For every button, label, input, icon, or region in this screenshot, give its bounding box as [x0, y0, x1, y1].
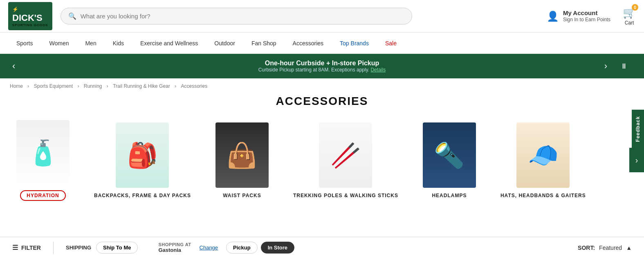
logo-sub: SPORTING GOODS	[12, 23, 48, 27]
account-subtitle: Sign In to Earn Points	[563, 17, 610, 23]
category-hats[interactable]: 🧢 HATS, HEADBANDS & GAITERS	[500, 122, 586, 198]
category-trekking[interactable]: 🥢 TREKKING POLES & WALKING STICKS	[293, 122, 398, 198]
banner-title: One-hour Curbside + In-store Pickup	[258, 60, 386, 67]
nav-item-exercise[interactable]: Exercise and Wellness	[132, 33, 206, 54]
category-headlamps[interactable]: 🔦 HEADLAMPS	[423, 122, 476, 198]
category-label-backpacks: BACKPACKS, FRAME & DAY PACKS	[94, 193, 191, 198]
promo-banner: ‹ One-hour Curbside + In-store Pickup Cu…	[0, 54, 644, 78]
account-text: My Account Sign In to Earn Points	[563, 9, 610, 23]
account-icon: 👤	[547, 11, 559, 22]
logo-brand: DICK'S	[12, 13, 48, 23]
nav-item-men[interactable]: Men	[77, 33, 104, 54]
breadcrumb-accessories[interactable]: Accessories	[181, 83, 207, 89]
logo[interactable]: ⚡ DICK'S SPORTING GOODS	[8, 2, 52, 30]
category-label-waistpacks: WAIST PACKS	[223, 193, 261, 198]
header-right: 👤 My Account Sign In to Earn Points 🛒 0 …	[547, 7, 636, 26]
category-img-headlamps: 🔦	[423, 122, 476, 188]
my-account-button[interactable]: 👤 My Account Sign In to Earn Points	[547, 9, 610, 23]
nav-item-sale[interactable]: Sale	[377, 33, 405, 54]
main-nav: Sports Women Men Kids Exercise and Welln…	[0, 33, 644, 54]
category-img-hats: 🧢	[516, 122, 570, 188]
category-backpacks[interactable]: 🎒 BACKPACKS, FRAME & DAY PACKS	[94, 122, 191, 198]
category-row: 🧴 HYDRATION 🎒 BACKPACKS, FRAME & DAY PAC…	[0, 116, 644, 209]
nav-item-accessories[interactable]: Accessories	[285, 33, 332, 54]
category-img-backpacks: 🎒	[116, 122, 169, 188]
cart-badge: 0	[632, 4, 638, 11]
account-title: My Account	[563, 9, 610, 17]
category-label-hydration: HYDRATION	[20, 190, 65, 201]
category-img-waistpacks: 👜	[215, 122, 269, 188]
breadcrumb-trail[interactable]: Trail Running & Hike Gear	[113, 83, 170, 89]
category-img-trekking: 🥢	[319, 122, 372, 188]
banner-details-link[interactable]: Details	[370, 67, 386, 73]
category-waistpacks[interactable]: 👜 WAIST PACKS	[215, 122, 269, 198]
banner-next-button[interactable]: ›	[600, 57, 611, 76]
banner-pause-button[interactable]: ⏸	[616, 58, 632, 75]
logo-icon: ⚡	[12, 7, 18, 12]
feedback-tab[interactable]: Feedback	[632, 109, 644, 148]
search-input[interactable]	[81, 13, 404, 20]
cart-label: Cart	[623, 20, 636, 26]
page-title: ACCESSORIES	[0, 91, 644, 116]
breadcrumb-sports-equipment[interactable]: Sports Equipment	[34, 83, 73, 89]
banner-prev-button[interactable]: ‹	[8, 57, 19, 76]
category-img-hydration: 🧴	[16, 120, 70, 185]
nav-item-fanshop[interactable]: Fan Shop	[243, 33, 285, 54]
breadcrumb-running[interactable]: Running	[84, 83, 102, 89]
category-hydration[interactable]: 🧴 HYDRATION	[16, 120, 70, 201]
breadcrumb-home[interactable]: Home	[10, 83, 23, 89]
breadcrumb: Home › Sports Equipment › Running › Trai…	[0, 78, 644, 91]
nav-item-outdoor[interactable]: Outdoor	[206, 33, 243, 54]
nav-item-kids[interactable]: Kids	[105, 33, 132, 54]
category-label-headlamps: HEADLAMPS	[432, 193, 467, 198]
category-label-trekking: TREKKING POLES & WALKING STICKS	[293, 193, 398, 198]
header: ⚡ DICK'S SPORTING GOODS 🔍 👤 My Account S…	[0, 0, 644, 33]
nav-item-topbrands[interactable]: Top Brands	[332, 33, 377, 54]
category-label-hats: HATS, HEADBANDS & GAITERS	[500, 193, 586, 198]
banner-text: One-hour Curbside + In-store Pickup Curb…	[258, 60, 386, 73]
category-next-button[interactable]: ›	[629, 148, 644, 172]
search-bar[interactable]: 🔍	[61, 8, 412, 24]
cart-button[interactable]: 🛒 0 Cart	[623, 7, 636, 26]
banner-subtitle: Curbside Pickup starting at 8AM. Excepti…	[258, 67, 386, 73]
search-icon: 🔍	[68, 12, 76, 20]
nav-item-sports[interactable]: Sports	[8, 33, 41, 54]
nav-item-women[interactable]: Women	[41, 33, 77, 54]
